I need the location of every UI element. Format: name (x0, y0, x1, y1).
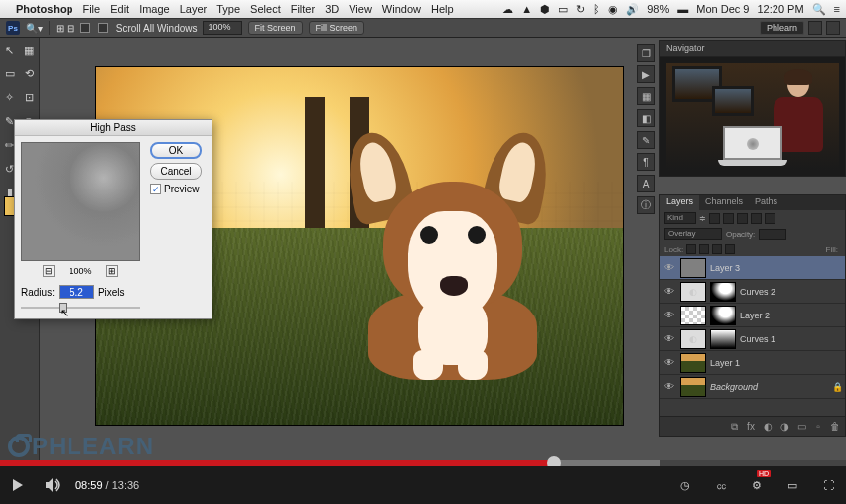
visibility-icon[interactable]: 👁 (662, 310, 676, 320)
theater-mode-button[interactable]: ▭ (775, 466, 810, 504)
adjustment-thumb[interactable]: ◐ (680, 329, 706, 349)
kind-dropdown-icon[interactable]: ≑ (699, 214, 706, 223)
bluetooth-icon[interactable]: ᛒ (593, 3, 600, 15)
lasso-tool-icon[interactable]: ⟲ (20, 62, 40, 85)
dialog-preview[interactable] (21, 142, 140, 261)
new-layer-icon[interactable]: ▫ (812, 421, 824, 433)
slider-thumb[interactable] (59, 303, 67, 313)
layer-fx-icon[interactable]: fx (745, 421, 757, 433)
character-panel-icon[interactable]: A (637, 175, 655, 192)
layer-row[interactable]: 👁 ◐ Curves 1 (660, 327, 845, 351)
workspace-selector[interactable]: Phlearn (760, 21, 804, 35)
menu-window[interactable]: Window (382, 3, 421, 15)
mask-thumb[interactable] (710, 306, 736, 325)
menu-select[interactable]: Select (250, 3, 281, 15)
mask-thumb[interactable] (710, 282, 736, 302)
menu-filter[interactable]: Filter (291, 3, 315, 15)
captions-button[interactable]: ㏄ (703, 466, 739, 504)
wand-tool-icon[interactable]: ✧ (0, 85, 20, 109)
menu-help[interactable]: Help (431, 3, 454, 15)
blend-mode-dropdown[interactable]: Overlay (664, 228, 722, 240)
wifi-icon[interactable]: ◉ (608, 3, 618, 16)
zoom-all-check[interactable] (98, 23, 108, 33)
resize-windows-check[interactable] (80, 23, 90, 33)
visibility-icon[interactable]: 👁 (662, 357, 676, 368)
history-panel-icon[interactable]: ❐ (637, 44, 655, 62)
zoom-mode-icon[interactable]: ⊞ ⊟ (56, 23, 74, 34)
sync-icon[interactable]: ↻ (576, 3, 585, 16)
brushes-panel-icon[interactable]: ✎ (637, 131, 655, 149)
color-panel-icon[interactable]: ◧ (637, 109, 655, 127)
fit-screen-button[interactable]: Fit Screen (248, 21, 303, 35)
tab-layers[interactable]: Layers (660, 195, 699, 210)
layer-name[interactable]: Layer 2 (740, 311, 843, 320)
layer-row[interactable]: 👁 ◐ Curves 2 (660, 280, 845, 304)
layer-name[interactable]: Curves 1 (740, 334, 843, 344)
workspace-opt-2[interactable] (826, 21, 840, 35)
menu-edit[interactable]: Edit (110, 3, 129, 15)
swatches-panel-icon[interactable]: ▦ (637, 87, 655, 105)
battery-icon[interactable]: ▬ (677, 3, 688, 15)
layer-thumb[interactable] (680, 258, 706, 278)
adjustment-thumb[interactable]: ◐ (680, 282, 706, 302)
filter-smart-icon[interactable] (765, 213, 776, 224)
visibility-icon[interactable]: 👁 (662, 262, 676, 273)
dropbox-icon[interactable]: ⬢ (540, 3, 550, 16)
layer-thumb[interactable] (680, 377, 706, 397)
radius-input[interactable] (59, 285, 94, 299)
filter-pixel-icon[interactable] (709, 213, 720, 224)
zoom-out-button[interactable]: ⊟ (43, 265, 55, 277)
filter-adj-icon[interactable] (723, 213, 734, 224)
new-group-icon[interactable]: ▭ (795, 421, 807, 433)
dialog-title[interactable]: High Pass (15, 120, 212, 136)
fill-screen-button[interactable]: Fill Screen (309, 21, 365, 35)
fullscreen-button[interactable]: ⛶ (810, 466, 846, 504)
volume-icon[interactable]: 🔊 (626, 3, 639, 16)
menu-layer[interactable]: Layer (180, 3, 208, 15)
link-layers-icon[interactable]: ⧉ (728, 421, 740, 433)
navigator-preview[interactable] (660, 57, 845, 176)
cloud-icon[interactable]: ☁ (502, 3, 513, 16)
ps-home-icon[interactable]: Ps (6, 21, 20, 35)
tab-channels[interactable]: Channels (699, 195, 749, 210)
navigator-tab[interactable]: Navigator (660, 41, 845, 57)
menu-type[interactable]: Type (216, 3, 240, 15)
layer-filter-kind[interactable]: Kind (664, 212, 696, 224)
opacity-field[interactable] (759, 229, 786, 240)
watch-later-button[interactable]: ◷ (667, 466, 703, 504)
crop-tool-icon[interactable]: ⊡ (20, 85, 40, 109)
lock-position-icon[interactable] (712, 244, 722, 254)
paragraph-panel-icon[interactable]: ¶ (637, 153, 655, 171)
layer-row[interactable]: 👁 Layer 3 (660, 256, 845, 280)
new-adjustment-icon[interactable]: ◑ (778, 421, 790, 433)
layer-name[interactable]: Layer 1 (710, 358, 843, 368)
visibility-icon[interactable]: 👁 (662, 286, 676, 297)
layer-row[interactable]: 👁 Background 🔒 (660, 375, 845, 399)
visibility-icon[interactable]: 👁 (662, 333, 676, 344)
artboard-tool-icon[interactable]: ▦ (20, 38, 40, 62)
layer-row[interactable]: 👁 Layer 1 (660, 351, 845, 375)
info-panel-icon[interactable]: ⓘ (637, 196, 655, 214)
move-tool-icon[interactable]: ↖ (0, 38, 20, 62)
battery-pct[interactable]: 98% (647, 3, 669, 15)
ok-button[interactable]: OK (150, 142, 202, 159)
adobe-icon[interactable]: ▲ (521, 3, 532, 15)
menu-image[interactable]: Image (139, 3, 170, 15)
preview-checkbox[interactable]: ✓ (150, 184, 161, 194)
layer-thumb[interactable] (680, 306, 706, 325)
layer-name[interactable]: Layer 3 (710, 263, 843, 273)
menu-file[interactable]: File (82, 3, 100, 15)
add-mask-icon[interactable]: ◐ (762, 421, 774, 433)
cancel-button[interactable]: Cancel (150, 163, 202, 180)
menu-3d[interactable]: 3D (325, 3, 339, 15)
delete-layer-icon[interactable]: 🗑 (829, 421, 841, 433)
layer-name[interactable]: Background (710, 382, 828, 392)
settings-button[interactable]: ⚙HD (739, 466, 775, 504)
volume-button[interactable] (36, 466, 71, 504)
play-button[interactable] (0, 466, 36, 504)
workspace-opt-1[interactable] (808, 21, 822, 35)
layer-thumb[interactable] (680, 353, 706, 373)
marquee-tool-icon[interactable]: ▭ (0, 62, 20, 85)
filter-type-icon[interactable] (737, 213, 748, 224)
menubar-time[interactable]: 12:20 PM (757, 3, 803, 15)
